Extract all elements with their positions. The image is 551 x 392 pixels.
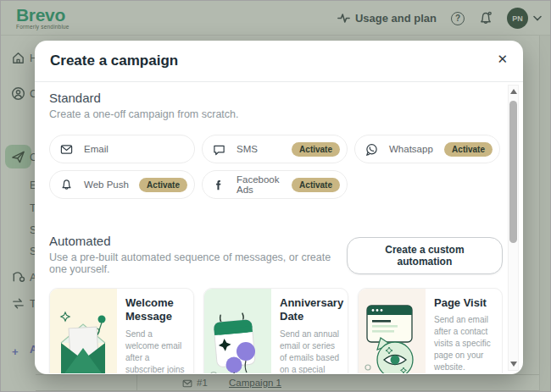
channel-grid: Email SMS Activate Whatsapp Activate (49, 135, 503, 199)
activate-badge[interactable]: Activate (292, 142, 340, 157)
anniversary-date-illustration (204, 289, 271, 373)
scrollbar-thumb[interactable] (509, 101, 517, 243)
template-title: Anniversary Date (280, 296, 343, 324)
email-icon (60, 143, 73, 156)
modal-scrollbar[interactable] (508, 85, 519, 371)
welcome-message-illustration (50, 289, 117, 373)
web-push-bell-icon (60, 179, 73, 191)
modal-header: Create a campaign ✕ (35, 41, 523, 82)
app-screenshot: Brevo Formerly sendinblue Usage and plan… (0, 0, 551, 392)
template-text: Welcome Message Send a welcome email aft… (117, 289, 193, 373)
modal-body: Standard Create a one-off campaign from … (35, 82, 503, 373)
scrollbar-down-arrow[interactable] (510, 362, 517, 367)
channel-label: Facebook Ads (237, 174, 292, 195)
whatsapp-icon (365, 143, 378, 156)
channel-card-email[interactable]: Email (49, 135, 195, 163)
automated-heading-block: Automated Use a pre-built automated sequ… (49, 234, 347, 275)
automation-template-grid: Welcome Message Send a welcome email aft… (49, 288, 503, 373)
modal-title: Create a campaign (50, 52, 178, 69)
channel-label: Web Push (84, 179, 129, 190)
automated-section-header: Automated Use a pre-built automated sequ… (49, 234, 503, 275)
create-custom-automation-button[interactable]: Create a custom automation (347, 237, 503, 274)
channel-card-whatsapp[interactable]: Whatsapp Activate (354, 135, 500, 163)
standard-section-heading: Standard (49, 91, 503, 105)
facebook-icon (213, 179, 225, 191)
template-title: Welcome Message (125, 296, 186, 324)
template-text: Page Visit Send an email after a contact… (426, 289, 502, 373)
template-title: Page Visit (434, 296, 495, 310)
template-card-anniversary-date[interactable]: Anniversary Date Send an annual email or… (203, 288, 348, 373)
automated-section-description: Use a pre-built automated sequence of me… (49, 251, 347, 275)
template-description: Send an email after a contact visits a s… (434, 314, 495, 373)
channel-card-sms[interactable]: SMS Activate (202, 135, 348, 163)
close-icon[interactable]: ✕ (497, 52, 508, 65)
template-description: Send an annual email or series of emails… (280, 329, 343, 374)
activate-badge[interactable]: Activate (292, 178, 340, 192)
template-description: Send a welcome email after a subscriber … (125, 329, 186, 374)
standard-section-description: Create a one-off campaign from scratch. (49, 108, 503, 120)
scrollbar-up-arrow[interactable] (510, 89, 517, 94)
template-card-page-visit[interactable]: Page Visit Send an email after a contact… (358, 288, 503, 373)
template-card-welcome-message[interactable]: Welcome Message Send a welcome email aft… (49, 288, 194, 373)
sms-icon (213, 143, 225, 156)
automated-section-heading: Automated (49, 234, 347, 248)
channel-card-webpush[interactable]: Web Push Activate (49, 170, 195, 199)
create-campaign-modal: Create a campaign ✕ Standard Create a on… (35, 41, 523, 374)
channel-label: Email (84, 144, 109, 154)
page-visit-illustration (359, 289, 426, 373)
channel-label: SMS (237, 144, 258, 154)
template-text: Anniversary Date Send an annual email or… (271, 289, 348, 373)
channel-card-facebook-ads[interactable]: Facebook Ads Activate (202, 170, 348, 199)
channel-label: Whatsapp (389, 144, 433, 154)
activate-badge[interactable]: Activate (444, 142, 493, 157)
activate-badge[interactable]: Activate (139, 178, 187, 192)
